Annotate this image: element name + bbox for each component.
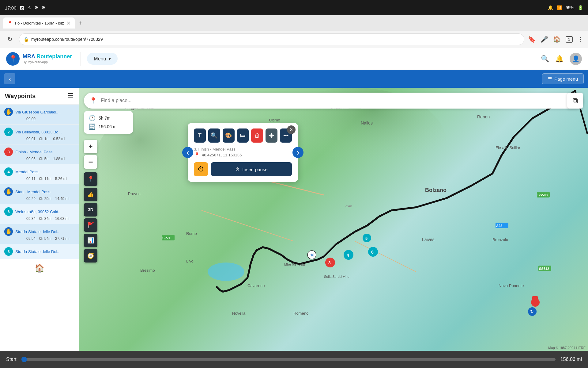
browser-tab[interactable]: 📍 Fo - Dolomites - 160M - lolz ✕ xyxy=(3,17,75,29)
map-background: Tesimo Ultimo Nalles Zoggler Stausee Bol… xyxy=(79,88,588,351)
like-button[interactable]: 👍 xyxy=(84,188,97,201)
microphone-icon[interactable]: 🎤 xyxy=(541,36,548,43)
popup-text-button[interactable]: T xyxy=(194,128,206,143)
waypoint-item-2[interactable]: 2 Via Bellavista, 38013 Bo... 09:01 0h 1… xyxy=(0,125,79,144)
map-search-input[interactable] xyxy=(101,98,578,103)
waypoint-item-4[interactable]: 4 Mendel Pass 09:11 0h 11m 5.26 mi xyxy=(0,164,79,184)
waypoint-item-1[interactable]: ✋ Via Giuseppe Garibaldi,... 09:00 xyxy=(0,105,79,125)
notification-icon[interactable]: 🔔 xyxy=(555,55,564,63)
waypoint-time-4: 09:11 xyxy=(26,177,36,181)
waypoint-badge-4: 4 xyxy=(4,167,13,176)
compass-button[interactable]: 🧭 xyxy=(84,249,97,263)
pause-quick-button[interactable]: ⏱ xyxy=(194,162,208,176)
coords-pin-icon: 📍 xyxy=(194,152,200,158)
back-button[interactable]: ‹ xyxy=(4,73,15,84)
waypoint-item-6[interactable]: 6 Weinstraße, 39052 Cald... 09:34 0h 34m… xyxy=(0,204,79,224)
page-menu-button[interactable]: ☰ Page menu xyxy=(542,73,584,84)
svg-text:↻: ↻ xyxy=(530,309,534,314)
popup-close-button[interactable]: × xyxy=(287,125,296,134)
layers-icon: ⧉ xyxy=(573,96,578,105)
svg-text:Sulla Str del vino: Sulla Str del vino xyxy=(324,275,349,278)
waypoint-name-1: Via Giuseppe Garibaldi,... xyxy=(15,110,61,114)
reload-button[interactable]: ↻ xyxy=(4,34,15,45)
popup-style-button[interactable]: 🎨 xyxy=(223,128,235,143)
menu-button[interactable]: Menu ▾ xyxy=(87,53,118,65)
waypoint-name-5: Start - Mendel Pass xyxy=(15,190,50,194)
battery-display: 95% xyxy=(566,5,574,10)
popup-search-button[interactable]: 🔍 xyxy=(208,128,220,143)
pause-quick-icon: ⏱ xyxy=(198,165,204,173)
location-pin-button[interactable]: 📍 xyxy=(84,172,97,186)
waypoint-time-5: 09:29 xyxy=(26,197,36,201)
logo-sub: By MyRoute-app xyxy=(23,60,72,64)
url-text: myrouteapp.com/route/open/7728329 xyxy=(31,37,103,42)
waypoint-popup: × ‹ › T 🔍 🎨 🛏 🗑 ✥ ••• 3. Finish - Mendel… xyxy=(188,123,298,182)
waypoint-time-1: 09:00 xyxy=(26,117,36,121)
sidebar-menu-icon[interactable]: ☰ xyxy=(68,92,74,100)
logo-text: MRA Routeplanner By MyRoute-app xyxy=(23,53,72,64)
insert-pause-label: Insert pause xyxy=(242,167,268,172)
header-actions: 🔍 🔔 👤 xyxy=(541,53,582,65)
new-tab-button[interactable]: + xyxy=(76,18,86,28)
mute-icon: 🔔 xyxy=(548,5,553,10)
blue-toolbar: ‹ ☰ Page menu xyxy=(0,70,588,88)
menu-label: Menu xyxy=(94,56,106,62)
sidebar-title: Waypoints xyxy=(5,93,36,100)
waypoint-item-5[interactable]: ✋ Start - Mendel Pass 09:29 0h 29m 14.49… xyxy=(0,184,79,204)
popup-move-button[interactable]: ✥ xyxy=(266,128,277,143)
svg-text:5: 5 xyxy=(365,236,368,241)
waypoint-duration-7: 0h 54m xyxy=(39,236,51,241)
photo-icon: 🖼 xyxy=(20,5,24,10)
waypoint-time-2: 09:01 xyxy=(26,137,36,141)
battery-icon: 🔋 xyxy=(578,5,583,10)
layers-button[interactable]: ⧉ xyxy=(567,93,583,109)
svg-rect-33 xyxy=(538,266,551,271)
waypoint-badge-7: ✋ xyxy=(4,227,13,236)
time-display: 17:00 xyxy=(5,5,17,10)
home-icon[interactable]: 🏠 xyxy=(553,36,561,43)
search-icon[interactable]: 🔍 xyxy=(541,55,549,63)
popup-prev-button[interactable]: ‹ xyxy=(182,147,193,158)
zoom-out-button[interactable]: − xyxy=(84,155,97,169)
tab-close-button[interactable]: ✕ xyxy=(66,20,70,26)
popup-next-button[interactable]: › xyxy=(292,147,303,158)
progress-thumb[interactable] xyxy=(21,357,27,362)
svg-text:Nova Ponente: Nova Ponente xyxy=(499,283,524,288)
url-box[interactable]: 🔒 myrouteapp.com/route/open/7728329 xyxy=(19,33,524,45)
waypoint-duration-5: 0h 29m xyxy=(39,197,51,201)
svg-point-37 xyxy=(307,251,316,259)
tab-count-icon[interactable]: 1 xyxy=(566,36,573,43)
map-area[interactable]: Tesimo Ultimo Nalles Zoggler Stausee Bol… xyxy=(79,88,588,351)
tab-title: Fo - Dolomites - 160M - lolz xyxy=(15,21,64,25)
progress-track[interactable] xyxy=(21,358,556,361)
3d-button[interactable]: 3D xyxy=(84,203,97,217)
more-options-icon[interactable]: ⋮ xyxy=(578,36,584,43)
waypoint-item-8[interactable]: 8 Strada Statale delle Dol... xyxy=(0,244,79,259)
svg-text:Romeno: Romeno xyxy=(293,311,308,316)
tab-favicon: 📍 xyxy=(7,21,13,25)
sidebar-home[interactable]: 🏠 xyxy=(0,259,79,277)
sidebar-header: Waypoints ☰ xyxy=(0,88,79,105)
svg-text:Livo: Livo xyxy=(186,259,194,263)
svg-text:Bronzolo: Bronzolo xyxy=(492,237,508,242)
waypoint-item-7[interactable]: ✋ Strada Statale delle Dol... 09:54 0h 5… xyxy=(0,224,79,244)
flag-button[interactable]: 🚩 xyxy=(84,218,97,232)
user-avatar[interactable]: 👤 xyxy=(570,53,582,65)
waypoint-duration-3: 0h 5m xyxy=(39,157,49,161)
bookmark-icon[interactable]: 🔖 xyxy=(528,36,536,43)
map-search-bar[interactable]: 📍 xyxy=(84,93,583,109)
zoom-in-button[interactable]: + xyxy=(84,140,97,153)
waypoint-dist-5: 14.49 mi xyxy=(55,197,69,201)
svg-line-2 xyxy=(263,180,324,195)
app-header: 📍 MRA Routeplanner By MyRoute-app Menu ▾… xyxy=(0,48,588,70)
chart-button[interactable]: 📊 xyxy=(84,234,97,247)
waypoint-badge-2: 2 xyxy=(4,128,13,136)
popup-sleep-button[interactable]: 🛏 xyxy=(237,128,249,143)
svg-point-41 xyxy=(344,250,353,260)
waypoint-item-3[interactable]: 3 Finish - Mendel Pass 09:05 0h 5m 1.88 … xyxy=(0,144,79,164)
route-time: 5h 7m xyxy=(99,116,111,121)
svg-line-4 xyxy=(355,241,416,272)
popup-delete-button[interactable]: 🗑 xyxy=(251,128,263,143)
svg-rect-29 xyxy=(496,223,508,228)
insert-pause-button[interactable]: ⏱ Insert pause xyxy=(211,162,292,176)
